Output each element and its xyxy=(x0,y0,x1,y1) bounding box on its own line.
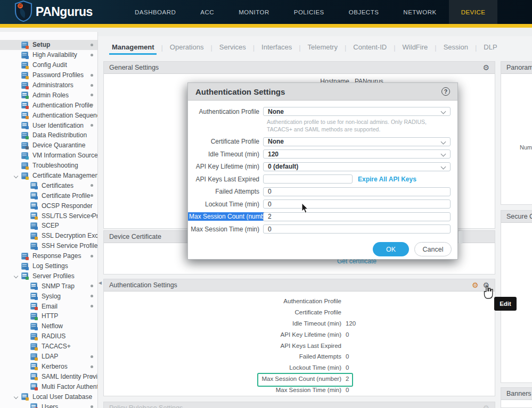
help-icon[interactable]: ? xyxy=(441,87,450,96)
sidebar-collapse-handle[interactable]: ◄ xyxy=(97,279,103,287)
brand[interactable]: PANgurus xyxy=(0,1,122,24)
authentication-profile-select[interactable]: None xyxy=(263,107,451,116)
tab-dlp[interactable]: DLP xyxy=(481,40,500,55)
tab-telemetry[interactable]: Telemetry xyxy=(305,40,340,55)
admin-roles-icon xyxy=(21,91,28,98)
sidebar-item-config-audit[interactable]: Config Audit xyxy=(0,60,97,70)
readonly-value: 0 xyxy=(346,331,349,338)
response-pages-icon xyxy=(21,253,28,260)
bottom-panel-gear-icon[interactable]: ⚙ xyxy=(482,404,489,408)
api-key-lifetime-min-select[interactable]: 0 (default) xyxy=(263,162,451,171)
sidebar-item-label: Log Settings xyxy=(32,262,68,270)
sidebar-item-ldap[interactable]: LDAP xyxy=(0,352,97,362)
ssl-tls-service-profile-icon xyxy=(30,212,37,219)
tab-content-id[interactable]: Content-ID xyxy=(350,40,389,55)
sidebar-item-vm-information-sources[interactable]: VM Information Sources xyxy=(0,151,97,161)
sidebar-item-log-settings[interactable]: Log Settings xyxy=(0,261,97,271)
chevron-down-icon[interactable] xyxy=(14,274,18,278)
readonly-label: Max Session Count (number) xyxy=(104,376,341,382)
readonly-row-api-key-lifetime-min: API Key Lifetime (min)0 xyxy=(104,329,495,340)
tab-interfaces[interactable]: Interfaces xyxy=(259,40,294,55)
tab-wildfire[interactable]: WildFire xyxy=(400,40,431,55)
sidebar-item-certificate-management[interactable]: Certificate Management xyxy=(0,171,97,181)
sidebar-item-password-profiles[interactable]: Password Profiles xyxy=(0,70,97,80)
sidebar-item-admin-roles[interactable]: Admin Roles xyxy=(0,90,97,100)
sidebar-item-label: TACACS+ xyxy=(42,343,71,350)
sidebar-item-label: Kerberos xyxy=(42,363,68,370)
sidebar-item-email[interactable]: Email xyxy=(0,301,97,311)
sidebar-item-syslog[interactable]: Syslog xyxy=(0,291,97,301)
primary-nav: DASHBOARDACCMONITORPOLICIESOBJECTSNETWOR… xyxy=(122,0,497,24)
setup-icon xyxy=(21,41,28,48)
certificate-profile-select[interactable]: None xyxy=(263,137,451,146)
sidebar-item-users[interactable]: Users xyxy=(0,402,97,408)
scrollbar-thumb[interactable] xyxy=(459,231,463,244)
readonly-value: 0 xyxy=(346,353,349,360)
sidebar-item-response-pages[interactable]: Response Pages xyxy=(0,251,97,261)
sidebar-item-device-quarantine[interactable]: Device Quarantine xyxy=(0,140,97,151)
api-keys-last-expired-input[interactable] xyxy=(263,174,353,184)
failed-attempts-input[interactable]: 0 xyxy=(263,187,451,196)
sidebar-item-ssl-decryption-exclusion[interactable]: SSL Decryption Exclusion xyxy=(0,231,97,241)
nav-item-device[interactable]: DEVICE xyxy=(449,0,498,24)
sidebar-item-snmp-trap[interactable]: SNMP Trap xyxy=(0,281,97,291)
authentication-profile-icon xyxy=(21,102,28,109)
tab-operations[interactable]: Operations xyxy=(167,40,207,55)
sidebar-item-ocsp-responder[interactable]: OCSP Responder xyxy=(0,201,97,211)
tab-separator: | xyxy=(394,40,395,55)
chevron-down-icon[interactable] xyxy=(14,395,18,399)
sidebar-item-high-availability[interactable]: High Availability xyxy=(0,50,97,60)
sidebar-item-user-identification[interactable]: User Identification xyxy=(0,120,97,130)
sidebar-item-certificate-profile[interactable]: Certificate Profile xyxy=(0,190,97,201)
max-session-count-number-input[interactable]: 2 xyxy=(263,212,451,221)
nav-item-policies[interactable]: POLICIES xyxy=(282,0,337,24)
sidebar-item-kerberos[interactable]: Kerberos xyxy=(0,362,97,372)
sidebar-item-certificates[interactable]: Certificates xyxy=(0,180,97,190)
sidebar-item-scep[interactable]: SCEP xyxy=(0,221,97,231)
sidebar-item-server-profiles[interactable]: Server Profiles xyxy=(0,271,97,281)
sidebar-item-saml-identity-provider[interactable]: SAML Identity Provider xyxy=(0,371,97,381)
sidebar-item-ssl-tls-service-profile[interactable]: SSL/TLS Service Profile xyxy=(0,211,97,221)
sidebar-item-tacacs[interactable]: TACACS+ xyxy=(0,342,97,352)
chevron-down-icon[interactable] xyxy=(14,173,18,178)
sidebar-item-authentication-sequence[interactable]: Authentication Sequence xyxy=(0,110,97,120)
tab-session[interactable]: Session xyxy=(441,40,471,55)
bottom-panel-header: Policy Rulebase Settings ⚙ xyxy=(104,402,495,408)
sidebar-item-troubleshooting[interactable]: Troubleshooting xyxy=(0,161,97,171)
sidebar-item-administrators[interactable]: Administrators xyxy=(0,80,97,90)
field-label: Authentication Profile xyxy=(188,108,263,115)
readonly-row-certificate-profile: Certificate Profile xyxy=(104,307,495,318)
sidebar-item-data-redistribution[interactable]: Data Redistribution xyxy=(0,130,97,140)
sidebar-item-local-user-database[interactable]: Local User Database xyxy=(0,392,97,402)
sidebar-item-ssh-service-profile[interactable]: SSH Service Profile xyxy=(0,241,97,251)
sidebar-item-radius[interactable]: RADIUS xyxy=(0,331,97,342)
sidebar-item-label: VM Information Sources xyxy=(32,152,97,159)
certificate-management-icon xyxy=(21,172,28,179)
nav-item-monitor[interactable]: MONITOR xyxy=(226,0,282,24)
status-dot-icon xyxy=(91,94,93,96)
data-redistribution-icon xyxy=(21,132,28,139)
authentication-settings-edit-gear-icon[interactable]: ⚙ xyxy=(482,281,489,289)
cancel-button[interactable]: Cancel xyxy=(414,242,452,256)
sidebar-item-setup[interactable]: Setup xyxy=(0,40,97,50)
nav-item-acc[interactable]: ACC xyxy=(188,0,226,24)
ok-button[interactable]: OK xyxy=(373,242,409,256)
local-user-database-icon xyxy=(21,393,28,400)
lockout-time-min-input[interactable]: 0 xyxy=(263,199,451,209)
tab-management[interactable]: Management xyxy=(109,40,157,55)
expire-all-api-keys-link[interactable]: Expire All API Keys xyxy=(358,176,416,183)
tab-services[interactable]: Services xyxy=(217,40,249,55)
readonly-row-failed-attempts: Failed Attempts0 xyxy=(104,351,495,362)
sidebar-item-multi-factor-authentication[interactable]: Multi Factor Authentication xyxy=(0,381,97,392)
sidebar-item-http[interactable]: HTTP xyxy=(0,311,97,321)
nav-item-dashboard[interactable]: DASHBOARD xyxy=(122,0,188,24)
sidebar-item-label: SNMP Trap xyxy=(42,282,75,290)
sidebar-item-netflow[interactable]: Netflow xyxy=(0,321,97,331)
nav-item-objects[interactable]: OBJECTS xyxy=(337,0,391,24)
sidebar-item-authentication-profile[interactable]: Authentication Profile xyxy=(0,100,97,110)
general-settings-gear-icon[interactable]: ⚙ xyxy=(482,64,489,71)
authentication-settings-audit-gear-icon[interactable]: ⚙ xyxy=(472,281,479,289)
max-session-time-min-input[interactable]: 0 xyxy=(263,224,451,234)
idle-timeout-min-select[interactable]: 120 xyxy=(263,149,451,159)
nav-item-network[interactable]: NETWORK xyxy=(391,0,448,24)
